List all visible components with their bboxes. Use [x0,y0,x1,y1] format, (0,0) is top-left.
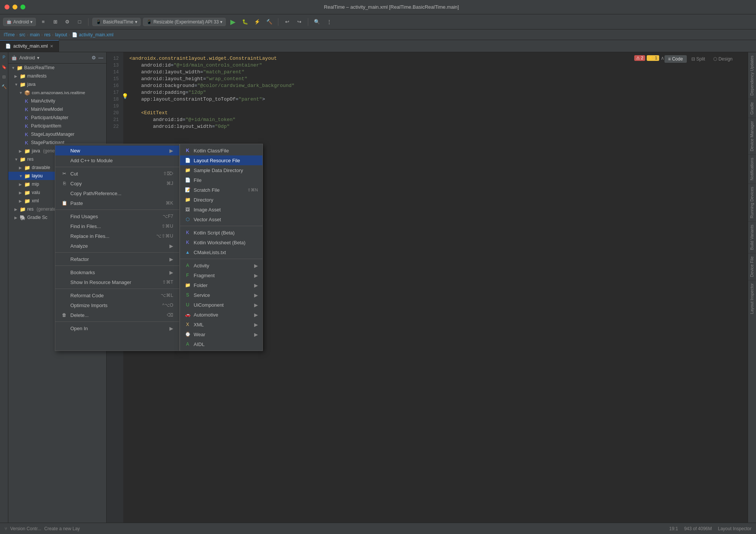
submenu-layout-resource[interactable]: 📄 Layout Resource File [180,155,262,165]
submenu-folder[interactable]: 📁 Folder ▶ [180,280,262,290]
submenu-automotive[interactable]: 🚗 Automotive ▶ [180,310,262,320]
menu-item-analyze[interactable]: Analyze ▶ [55,241,179,251]
error-warning-area: ⚠ 2 ⚡ 1 ∧ [634,55,664,61]
project-icon[interactable]: P [1,54,8,61]
mem-info-label: 943 of 4096M [684,526,712,531]
running-devices-panel[interactable]: Running Devices [748,183,756,221]
submenu-cmakelists[interactable]: ▲ CMakeLists.txt [180,247,262,257]
menu-item-open-in[interactable]: Open In ▶ [55,323,179,333]
collapse-icon[interactable]: — [98,55,103,61]
debug-button[interactable]: 🐛 [240,17,250,27]
menu-item-refactor[interactable]: Refactor ▶ [55,254,179,264]
submenu-sample-data-dir[interactable]: 📁 Sample Data Directory [180,165,262,175]
gradle-panel[interactable]: Gradle [748,99,756,118]
profile-button[interactable]: ⚡ [252,17,262,27]
submenu-scratch-file[interactable]: 📝 Scratch File ⇧⌘N [180,185,262,195]
more-options-button[interactable]: ⋮ [324,17,334,27]
build-button[interactable]: 🔨 [264,17,274,27]
submenu-kotlin-worksheet[interactable]: K Kotlin Worksheet (Beta) [180,238,262,247]
device-file-panel[interactable]: Device File [748,253,756,280]
menu-item-copy[interactable]: ⎘ Copy ⌘J [55,179,179,188]
breadcrumb-item-2[interactable]: src [19,32,25,37]
undo-button[interactable]: ↩ [282,17,292,27]
breadcrumb-item-5[interactable]: layout [55,32,67,37]
menu-item-show-resource-manager[interactable]: Show In Resource Manager ⇧⌘T [55,277,179,287]
structure-side-icon[interactable]: ⊟ [1,73,8,80]
menu-item-optimize-imports[interactable]: Optimize Imports ^⌥O [55,300,179,310]
build-variant-dropdown[interactable]: 📱 BasicRealTime ▾ [92,18,140,26]
breadcrumb-item-4[interactable]: res [44,32,51,37]
submenu-sample-data-label: Sample Data Directory [194,168,243,173]
submenu-uicomponent[interactable]: U UiComponent ▶ [180,300,262,310]
tree-manifests[interactable]: ▶ 📁 manifests [8,72,106,80]
submenu-xml[interactable]: X XML ▶ [180,320,262,329]
redo-button[interactable]: ↪ [294,17,304,27]
menu-item-add-cpp[interactable]: Add C++ to Module [55,155,179,165]
run-button[interactable]: ▶ [228,17,238,27]
dependency-updates-panel[interactable]: Dependency Updates [748,52,756,99]
tree-mainactivity[interactable]: K MainActivity [8,97,106,105]
api-dropdown[interactable]: 📱 Resizable (Experimental) API 33 ▾ [143,18,226,26]
menu-item-delete[interactable]: 🗑 Delete... ⌫ [55,310,179,320]
menu-item-new[interactable]: New ▶ [55,146,179,155]
menu-item-cut[interactable]: ✂ Cut ⇧⌦ [55,169,179,179]
submenu-activity[interactable]: A Activity ▶ [180,261,262,270]
submenu-kotlin-class[interactable]: K Kotlin Class/File [180,146,262,155]
submenu-directory[interactable]: 📁 Directory [180,195,262,205]
tree-participantitem[interactable]: K ParticipantItem [8,122,106,130]
tab-close-button[interactable]: ✕ [50,44,53,49]
submenu-file[interactable]: 📄 File [180,175,262,185]
menu-item-paste[interactable]: 📋 Paste ⌘K [55,198,179,208]
gear-icon[interactable]: ⚙ [92,55,96,61]
navigate-icon[interactable]: ⊞ [50,17,60,27]
menu-item-find-usages[interactable]: Find Usages ⌥F7 [55,211,179,221]
submenu-wear[interactable]: ⌚ Wear ▶ [180,329,262,339]
maximize-button[interactable] [20,5,25,9]
tab-activity-main[interactable]: 📄 activity_main.xml ✕ [0,40,59,52]
breadcrumb-item-file[interactable]: 📄activity_main.xml [72,32,113,37]
layout-inspector-panel[interactable]: Layout Inspector [748,280,756,317]
breadcrumb-item-3[interactable]: main [30,32,40,37]
submenu-service[interactable]: S Service ▶ [180,290,262,300]
submenu-service-label: Service [194,292,210,298]
expand-errors-button[interactable]: ∧ [661,55,664,61]
close-button[interactable] [5,5,9,9]
submenu-aidl[interactable]: A AIDL [180,339,262,349]
submenu-fragment[interactable]: F Fragment ▶ [180,270,262,280]
tree-package[interactable]: ▼ 📦 com.amazonaws.ivs.realtime [8,88,106,97]
tree-root[interactable]: ▼ 📁 BasicRealTime [8,64,106,72]
notifications-panel[interactable]: Notifications [748,154,756,183]
tree-mainviewmodel[interactable]: K MainViewModel [8,105,106,113]
code-line-18: app:layout_constraintTop_toTopOf="parent… [129,96,742,103]
layout-inspector-status[interactable]: Layout Inspector [718,526,751,531]
submenu-vector-asset[interactable]: ⬡ Vector Asset [180,214,262,224]
search-button[interactable]: 🔍 [312,17,322,27]
tree-participantadapter[interactable]: K ParticipantAdapter [8,113,106,122]
bookmarks-icon[interactable]: 🔖 [1,64,8,70]
menu-item-bookmarks[interactable]: Bookmarks ▶ [55,267,179,277]
tab-design[interactable]: ⬡ Design [709,55,736,63]
vcs-label[interactable]: Version Contr... [10,526,41,531]
error-count[interactable]: ⚠ 2 [634,55,645,61]
warning-count[interactable]: ⚡ 1 [647,55,659,61]
build-side-icon[interactable]: 🔨 [1,83,8,90]
tab-split[interactable]: ⊟ Split [688,55,709,63]
menu-item-find-files[interactable]: Find in Files... ⇧⌘U [55,221,179,231]
android-dropdown[interactable]: 🤖 Android ▾ [3,18,36,26]
breadcrumb-item-1[interactable]: lTime [4,32,15,37]
build-variants-panel[interactable]: Build Variants [748,221,756,253]
tree-stagelayoutmanager[interactable]: K StageLayoutManager [8,130,106,138]
create-layer-label[interactable]: Create a new Lay [44,526,80,531]
menu-item-copy-path[interactable]: Copy Path/Reference... [55,188,179,198]
minimize-button[interactable] [12,5,17,9]
submenu-image-asset[interactable]: 🖼 Image Asset [180,205,262,214]
structure-icon[interactable]: ≡ [38,17,48,27]
settings-icon[interactable]: ⚙ [62,17,72,27]
menu-item-replace-files[interactable]: Replace in Files... ⌥⇧⌘U [55,231,179,241]
menu-item-reformat[interactable]: Reformat Code ⌥⌘L [55,290,179,300]
submenu-kotlin-script[interactable]: K Kotlin Script (Beta) [180,228,262,238]
tree-java[interactable]: ▼ 📁 java [8,80,106,88]
tab-code[interactable]: ≡ Code [664,55,687,63]
layout-icon[interactable]: □ [75,17,84,27]
device-manager-panel[interactable]: Device Manager [748,118,756,154]
